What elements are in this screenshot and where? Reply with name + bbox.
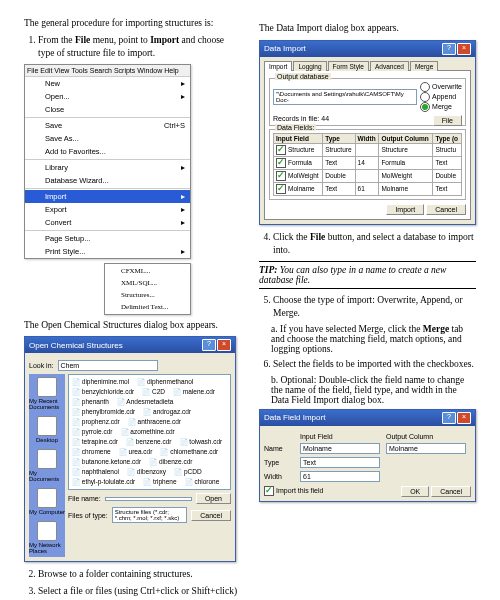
- dfi-title: Data Field Import: [264, 413, 325, 422]
- file-item[interactable]: 📄 diphenimine.mol: [72, 378, 129, 386]
- places-network[interactable]: My Network Places: [29, 521, 65, 554]
- tab-logging[interactable]: Logging: [293, 61, 326, 71]
- file-item[interactable]: 📄 phenanth: [72, 398, 109, 406]
- open-dialog: Open Chemical Structures ?× Look in: Che…: [24, 336, 236, 562]
- dimp-cancel-button[interactable]: Cancel: [426, 204, 466, 215]
- menu-new[interactable]: New▸: [25, 77, 190, 90]
- tip: TIP: You can also type in a name to crea…: [259, 261, 476, 289]
- menu-library[interactable]: Library▸: [25, 161, 190, 174]
- menu-open[interactable]: Open...▸: [25, 90, 190, 103]
- file-item[interactable]: 📄 tetrapine.cdr: [72, 438, 118, 446]
- menu-saveas[interactable]: Save As...: [25, 132, 190, 145]
- file-item[interactable]: 📄 azomethine.cdr: [121, 428, 175, 436]
- file-item[interactable]: 📄 chromene: [72, 448, 111, 456]
- file-item[interactable]: 📄 urea.cdr: [119, 448, 153, 456]
- table-row[interactable]: StructureStructureStructureStructu: [274, 143, 462, 156]
- table-row[interactable]: MolnameText61MolnameText: [274, 182, 462, 195]
- file-item[interactable]: 📄 butanone.ketone.cdr: [72, 458, 141, 466]
- open-button[interactable]: Open: [196, 493, 231, 504]
- dfi-type[interactable]: Text: [300, 457, 380, 468]
- step-5: Choose the type of import: Overwrite, Ap…: [273, 294, 476, 320]
- menu-printstyle[interactable]: Print Style...▸: [25, 245, 190, 258]
- places-computer[interactable]: My Computer: [29, 488, 65, 515]
- dimp-close-icon[interactable]: ×: [457, 43, 471, 55]
- close-icon[interactable]: ×: [217, 339, 231, 351]
- help-icon[interactable]: ?: [202, 339, 216, 351]
- dimp-help-icon[interactable]: ?: [442, 43, 456, 55]
- file-item[interactable]: 📄 pyrrole.cdr: [72, 428, 113, 436]
- file-item[interactable]: 📄 tolwash.cdr: [180, 438, 223, 446]
- filename-field[interactable]: [105, 497, 192, 501]
- table-row[interactable]: FormulaText14FormulaText: [274, 156, 462, 169]
- tab-import[interactable]: Import: [264, 61, 292, 71]
- step-2: Browse to a folder containing structures…: [38, 568, 241, 581]
- file-item[interactable]: 📄 naphthalenol: [72, 468, 119, 476]
- file-item[interactable]: 📄 prophenz.cdr: [72, 418, 120, 426]
- filetype-field[interactable]: Structure files (*.cdr; *.chm; *.mol; *.…: [112, 507, 188, 523]
- file-item[interactable]: 📄 phenylbromide.cdr: [72, 408, 135, 416]
- step-1: From the File menu, point to Import and …: [38, 34, 241, 60]
- data-import-dialog: Data Import ?× Import Logging Form Style…: [259, 40, 476, 225]
- menu-addfav[interactable]: Add to Favorites...: [25, 145, 190, 158]
- file-item[interactable]: 📄 benzene.cdr: [126, 438, 172, 446]
- file-menu: FileEditViewToolsSearchScriptsWindowHelp…: [24, 64, 191, 259]
- tab-advanced[interactable]: Advanced: [370, 61, 409, 71]
- menu-close[interactable]: Close: [25, 103, 190, 116]
- import-field-checkbox[interactable]: [264, 486, 274, 496]
- places-recent[interactable]: My Recent Documents: [29, 377, 65, 410]
- dfi-inname[interactable]: Molname: [300, 443, 380, 454]
- step-6: Select the fields to be imported with th…: [273, 358, 476, 371]
- open-cancel-button[interactable]: Cancel: [191, 510, 231, 521]
- dfi-cancel-button[interactable]: Cancel: [431, 486, 471, 497]
- sub-delimited[interactable]: Delimited Text...: [105, 301, 190, 313]
- tab-merge[interactable]: Merge: [410, 61, 438, 71]
- dfi-outname[interactable]: Molname: [386, 443, 466, 454]
- file-button[interactable]: File: [433, 115, 462, 126]
- import-button[interactable]: Import: [386, 204, 424, 215]
- file-item[interactable]: 📄 Andesmetadieta: [117, 398, 173, 406]
- menu-import[interactable]: Import▸: [25, 190, 190, 203]
- menu-export[interactable]: Export▸: [25, 203, 190, 216]
- file-item[interactable]: 📄 triphene: [143, 478, 176, 486]
- file-item[interactable]: 📄 ethyl-p-tolulate.cdr: [72, 478, 135, 486]
- dfi-width[interactable]: 61: [300, 471, 380, 482]
- radio-merge[interactable]: [420, 102, 430, 112]
- dfi-close-icon[interactable]: ×: [457, 412, 471, 424]
- import-mode-radios: Overwrite Append Merge: [420, 82, 462, 112]
- menu-save[interactable]: SaveCtrl+S: [25, 119, 190, 132]
- file-item[interactable]: 📄 diphenmethanol: [137, 378, 193, 386]
- places-docs[interactable]: My Documents: [29, 449, 65, 482]
- tab-formstyle[interactable]: Form Style: [328, 61, 369, 71]
- sub-cfxml[interactable]: CFXML...: [105, 265, 190, 277]
- radio-append[interactable]: [420, 92, 430, 102]
- dfi-ok-button[interactable]: OK: [401, 486, 429, 497]
- sub-xmlsql[interactable]: XML/SQL...: [105, 277, 190, 289]
- menu-pagesetup[interactable]: Page Setup...: [25, 232, 190, 245]
- menu-convert[interactable]: Convert▸: [25, 216, 190, 229]
- file-item[interactable]: 📄 anthracene.cdr: [128, 418, 181, 426]
- file-item[interactable]: 📄 benzylchloride.cdr: [72, 388, 134, 396]
- file-item[interactable]: 📄 chlomethane.cdr: [160, 448, 218, 456]
- file-item[interactable]: 📄 pCDD: [174, 468, 202, 476]
- places-desktop[interactable]: Desktop: [36, 416, 58, 443]
- lookin-field[interactable]: Chem: [58, 360, 158, 371]
- file-item[interactable]: 📄 C2D: [142, 388, 165, 396]
- file-item[interactable]: 📄 dibenzoxy: [127, 468, 166, 476]
- filename-label: File name:: [68, 495, 101, 502]
- file-item[interactable]: 📄 androgaz.cdr: [143, 408, 191, 416]
- menu-dbwizard[interactable]: Database Wizard...: [25, 174, 190, 187]
- radio-overwrite[interactable]: [420, 82, 430, 92]
- fields-table: Input FieldTypeWidthOutput ColumnType (o…: [273, 133, 462, 196]
- file-item[interactable]: 📄 dibenze.cdr: [149, 458, 192, 466]
- file-item[interactable]: 📄 malene.cdr: [173, 388, 215, 396]
- step-4: Click the File button, and select a data…: [273, 231, 476, 257]
- outputdb-field[interactable]: "\Documents and Settings\rahulk\CAMSOFT\…: [273, 89, 417, 105]
- caption-open: The Open Chemical Structures dialog box …: [24, 319, 241, 332]
- left-intro: The general procedure for importing stru…: [24, 18, 241, 28]
- right-intro: The Data Import dialog box appears.: [259, 22, 476, 35]
- file-item[interactable]: 📄 chlorone: [185, 478, 220, 486]
- file-list[interactable]: 📄 diphenimine.mol📄 diphenmethanol📄 benzy…: [68, 374, 231, 490]
- dfi-help-icon[interactable]: ?: [442, 412, 456, 424]
- sub-structures[interactable]: Structures...: [105, 289, 190, 301]
- table-row[interactable]: MolWeightDoubleMolWeightDouble: [274, 169, 462, 182]
